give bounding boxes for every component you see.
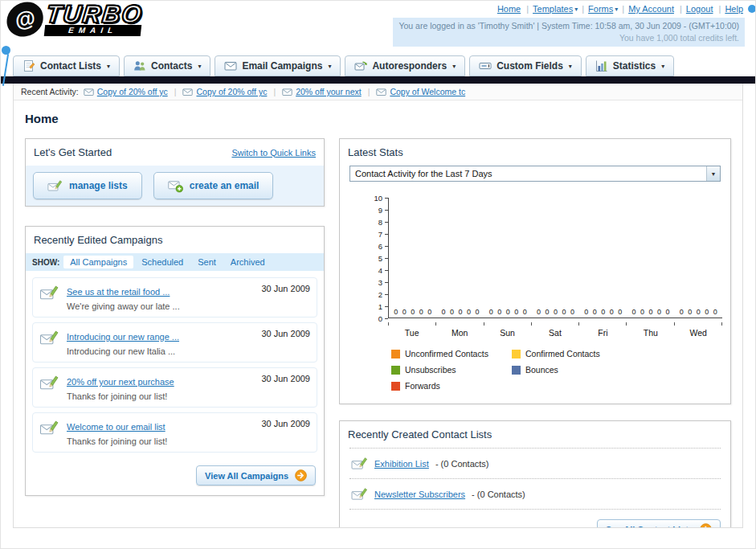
latest-stats-title: Latest Stats [348,146,403,158]
nav-tab-label: Custom Fields [497,60,563,72]
recent-contact-lists-panel: Recently Created Contact Lists Exhibitio… [339,420,731,528]
chart-values: 0 0 0 0 0 [537,308,574,318]
chevron-down-icon: ▾ [661,63,664,70]
nav-tab-label: Contact Lists [40,60,101,72]
decoration-dot [2,46,10,55]
campaign-filter-tab[interactable]: Archived [224,256,272,268]
login-info: You are logged in as 'Timothy Smith' | S… [393,18,745,47]
nav-tab[interactable]: Email Campaigns ▾ [215,55,341,76]
see-all-contact-lists-button[interactable]: See All Contact Lists [597,519,721,528]
nav-tab[interactable]: Contact Lists ▾ [13,55,120,76]
contact-list-link[interactable]: Exhibition List [374,459,429,469]
nav-tab-label: Autoresponders [372,60,447,72]
campaign-title-link[interactable]: Welcome to our email list [67,422,166,432]
legend-label: Unsubscribes [405,365,456,375]
page-title: Home [25,112,731,125]
campaign-subtitle: Thanks for joining our list! [67,436,249,446]
campaign-list-item: See us at the retail food ... We're givi… [32,277,317,318]
envelope-pencil-icon [39,419,59,436]
separator: | [622,4,624,14]
chart-y-axis: 109876543210 [369,194,388,322]
credits-text: You have 1,000 total credits left. [398,32,739,44]
logged-in-text: You are logged in as 'Timothy Smith' | S… [398,20,739,32]
envelope-pencil-icon [39,374,59,391]
content-frame: Recent Activity: | Copy of 20% off yc | … [13,84,743,528]
chart-values: 0 0 0 0 0 [489,308,527,318]
campaign-filter-tab[interactable]: Scheduled [135,256,190,268]
switch-quick-links-link[interactable]: Switch to Quick Links [231,148,316,158]
arrow-circle-icon [700,523,712,528]
top-nav-link[interactable]: Home [497,4,521,14]
recent-activity-link[interactable]: Copy of Welcome tc [390,87,465,96]
recent-activity-link[interactable]: Copy of 20% off yc [196,87,267,96]
campaign-filter-tab[interactable]: All Campaigns [63,256,133,268]
chart-x-label: Sat [531,326,578,338]
top-nav-link[interactable]: Logout [686,4,713,14]
recent-activity-link[interactable]: 20% off your next [296,87,362,96]
manage-lists-button[interactable]: manage lists [33,172,142,199]
envelope-icon [84,87,94,97]
contact-list-item: Newsletter Subscribers - (0 Contacts) [349,478,721,509]
separator: | [368,87,370,96]
create-email-button[interactable]: create an email [153,172,274,199]
envelope-pencil-icon [47,178,63,193]
top-nav-link[interactable]: Forms [588,4,613,14]
view-all-campaigns-label: View All Campaigns [205,471,288,481]
nav-tab[interactable]: Statistics ▾ [586,55,674,76]
nav-tab[interactable]: Contacts ▾ [124,55,210,76]
campaigns-title: Recently Edited Campaigns [34,234,162,246]
nav-tab-icon [22,59,35,72]
separator: | [719,4,721,14]
separator: | [526,4,529,14]
chart-group: 0 0 0 0 0 [579,198,627,318]
create-email-label: create an email [190,180,259,191]
campaign-title-link[interactable]: 20% off your next purchase [67,377,174,387]
legend-swatch [391,350,400,358]
stats-range-select[interactable]: Contact Activity for the Last 7 Days ▼ [349,166,721,182]
manage-lists-label: manage lists [69,180,128,191]
contact-activity-chart: 109876543210 0 0 0 0 00 0 0 0 00 0 0 0 0… [340,193,730,338]
recent-activity-item: | Copy of Welcome tc [362,87,466,97]
campaign-date: 30 Jun 2009 [261,419,310,428]
campaign-list-item: 20% off your next purchase Thanks for jo… [32,367,317,408]
chart-group: 0 0 0 0 0 [389,198,436,318]
campaign-date: 30 Jun 2009 [261,284,310,293]
app-logo[interactable]: @ TURBO EMAIL [6,2,142,36]
top-nav-item: | My Account [618,4,676,14]
separator: | [174,87,177,96]
envelope-pencil-icon [351,456,368,471]
chart-group: 0 0 0 0 0 [675,198,722,318]
contact-lists-title: Recently Created Contact Lists [348,428,492,440]
campaign-filter-tab[interactable]: Sent [191,256,223,268]
top-nav-link[interactable]: My Account [628,4,674,14]
view-all-campaigns-button[interactable]: View All Campaigns [196,465,316,485]
separator: | [680,4,682,14]
top-nav-item: | Logout [676,4,715,14]
contact-list-item: Exhibition List - (0 Contacts) [349,448,721,478]
nav-tab-icon [354,59,367,72]
legend-label: Unconfirmed Contacts [405,349,488,358]
campaign-title-link[interactable]: Introducing our new range ... [67,332,179,342]
chart-x-label: Fri [579,326,627,338]
legend-item: Unconfirmed Contacts [391,349,512,358]
contact-list-link[interactable]: Newsletter Subscribers [374,490,465,499]
nav-tab[interactable]: Autoresponders ▾ [345,55,465,76]
nav-tab[interactable]: Custom Fields ▾ [469,55,582,76]
latest-stats-panel: Latest Stats Contact Activity for the La… [339,138,731,404]
envelope-pencil-icon [39,284,59,301]
logo-swirl-icon: @ [4,0,47,39]
legend-label: Confirmed Contacts [525,349,600,358]
campaign-title-link[interactable]: See us at the retail food ... [67,287,170,297]
nav-divider-bar [0,76,756,84]
top-nav-link[interactable]: Help [725,4,743,14]
chart-group: 0 0 0 0 0 [484,198,532,318]
top-nav-link[interactable]: Templates [533,4,573,14]
recent-activity-bar: Recent Activity: | Copy of 20% off yc | … [14,84,742,100]
envelope-icon [182,87,193,97]
nav-tab-icon [595,59,608,72]
chart-values: 0 0 0 0 0 [680,308,717,318]
recent-activity-link[interactable]: Copy of 20% off yc [97,87,168,96]
chart-x-label: Mon [435,326,483,338]
campaign-date: 30 Jun 2009 [261,374,310,383]
chart-x-label: Wed [675,326,722,338]
